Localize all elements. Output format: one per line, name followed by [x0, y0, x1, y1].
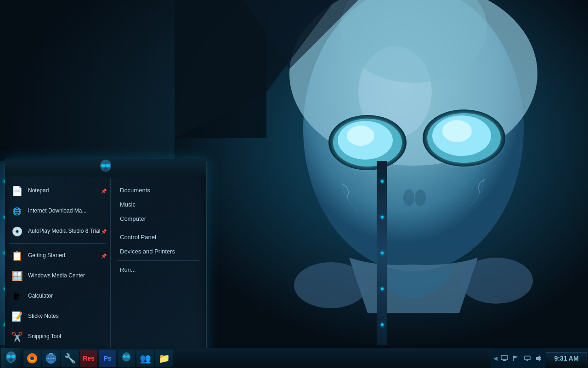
start-button[interactable] — [1, 348, 21, 368]
menu-item-idm[interactable]: 🌐 Internet Download Ma... — [5, 201, 110, 221]
calculator-icon: 🖩 — [10, 289, 24, 304]
taskbar-icon-photoshop[interactable]: Ps — [99, 350, 116, 367]
firefox-icon — [26, 352, 39, 365]
svg-rect-45 — [525, 356, 530, 360]
right-separator2 — [118, 260, 199, 261]
side-dot — [381, 216, 384, 218]
pin-icon3: 📌 — [101, 253, 107, 259]
idm-label: Internet Download Ma... — [28, 207, 86, 215]
taskbar-icon-res[interactable]: Res — [80, 350, 97, 367]
taskbar-icon-alienware[interactable] — [118, 350, 135, 367]
svg-rect-46 — [526, 360, 528, 361]
taskbar: 🔧 Res Ps 👥 — [0, 348, 588, 368]
alienware-head-icon — [97, 159, 114, 176]
res-icon: Res — [83, 355, 95, 362]
getting-started-label: Getting Started — [28, 252, 65, 259]
notepad-icon: 📄 — [10, 184, 24, 198]
menu-item-sticky-notes[interactable]: 📝 Sticky Notes — [5, 306, 110, 327]
start-menu-header — [5, 159, 206, 176]
right-link-computer[interactable]: Computer — [118, 212, 199, 226]
desktop: 📄 Notepad 📌 🌐 Internet Download Ma... 💿 … — [0, 0, 588, 368]
svg-point-29 — [11, 355, 16, 358]
taskbar-icon-folder[interactable]: 📁 — [155, 350, 173, 367]
svg-point-20 — [106, 164, 110, 167]
svg-point-39 — [123, 355, 126, 358]
side-dot — [381, 252, 384, 254]
svg-point-19 — [101, 164, 106, 167]
tray-icon-1[interactable] — [500, 354, 509, 363]
side-dot — [381, 180, 384, 183]
sticky-notes-icon: 📝 — [10, 309, 24, 324]
menu-item-wmc[interactable]: 🪟 Windows Media Center — [5, 266, 110, 286]
tray-hide-arrow[interactable]: ◀ — [493, 355, 498, 362]
notepad-label: Notepad — [28, 187, 49, 195]
taskbar-icon-internet[interactable] — [42, 350, 60, 367]
side-decoration-right — [377, 161, 387, 345]
getting-started-icon: 📋 — [10, 248, 24, 263]
side-dot — [381, 323, 384, 326]
svg-rect-42 — [503, 360, 506, 361]
autoplay-icon: 💿 — [10, 224, 24, 239]
tray-monitor-icon — [501, 355, 508, 362]
snipping-tool-icon: ✂️ — [10, 329, 24, 344]
taskbar-icon-firefox[interactable] — [23, 350, 41, 367]
start-alien-icon — [4, 351, 18, 366]
side-dot — [381, 288, 384, 290]
right-link-music[interactable]: Music — [118, 197, 199, 212]
svg-point-21 — [103, 167, 108, 171]
tray-icon-4[interactable] — [534, 354, 543, 363]
tray-icon-2[interactable] — [511, 354, 520, 363]
menu-separator — [10, 243, 106, 244]
menu-item-calculator[interactable]: 🖩 Calculator — [5, 286, 110, 306]
svg-marker-47 — [536, 356, 540, 361]
tray-flag-icon — [512, 355, 520, 362]
svg-point-40 — [126, 355, 130, 358]
taskbar-icon-tools[interactable]: 🔧 — [61, 350, 79, 367]
taskbar-icon-network[interactable]: 👥 — [136, 350, 154, 367]
menu-item-notepad[interactable]: 📄 Notepad 📌 — [5, 181, 110, 201]
left-panel: 📄 Notepad 📌 🌐 Internet Download Ma... 💿 … — [5, 178, 111, 349]
start-menu-content: 📄 Notepad 📌 🌐 Internet Download Ma... 💿 … — [5, 176, 206, 351]
tray-volume-icon — [535, 355, 543, 362]
system-tray: ◀ — [491, 348, 546, 368]
wmc-label: Windows Media Center — [28, 272, 85, 280]
taskbar-icons: 🔧 Res Ps 👥 — [21, 350, 491, 367]
tray-icon-3[interactable] — [523, 354, 532, 363]
tray-display-icon — [524, 355, 531, 362]
network-icon: 👥 — [140, 353, 151, 364]
right-link-documents[interactable]: Documents — [118, 183, 199, 197]
autoplay-label: AutoPlay Media Studio 8 Trial — [28, 228, 100, 235]
right-link-devices-printers[interactable]: Devices and Printers — [118, 244, 199, 259]
folder-icon: 📁 — [158, 353, 170, 364]
right-link-run[interactable]: Run... — [118, 263, 199, 277]
svg-rect-41 — [501, 356, 508, 360]
svg-point-30 — [9, 358, 13, 362]
calculator-label: Calculator — [28, 293, 53, 300]
sticky-notes-label: Sticky Notes — [28, 313, 59, 320]
menu-item-autoplay[interactable]: 💿 AutoPlay Media Studio 8 Trial 📌 — [5, 221, 110, 242]
svg-point-28 — [7, 355, 11, 358]
tools-icon: 🔧 — [64, 353, 76, 364]
photoshop-icon: Ps — [103, 355, 111, 362]
wmc-icon: 🪟 — [10, 269, 24, 283]
svg-rect-43 — [502, 361, 507, 361]
right-panel: Documents Music Computer Control Panel D… — [111, 178, 206, 349]
pin-icon2: 📌 — [101, 229, 107, 234]
pin-icon: 📌 — [101, 189, 107, 194]
internet-icon — [45, 352, 57, 365]
alienware-taskbar-icon — [120, 352, 133, 365]
start-menu: 📄 Notepad 📌 🌐 Internet Download Ma... 💿 … — [5, 159, 207, 354]
menu-item-snipping-tool[interactable]: ✂️ Snipping Tool — [5, 327, 110, 347]
menu-item-getting-started[interactable]: 📋 Getting Started 📌 — [5, 246, 110, 266]
right-link-control-panel[interactable]: Control Panel — [118, 230, 199, 244]
snipping-tool-label: Snipping Tool — [28, 333, 61, 340]
right-separator — [118, 228, 199, 228]
idm-icon: 🌐 — [10, 204, 24, 218]
taskbar-clock[interactable]: 9:31 AM — [546, 352, 587, 364]
